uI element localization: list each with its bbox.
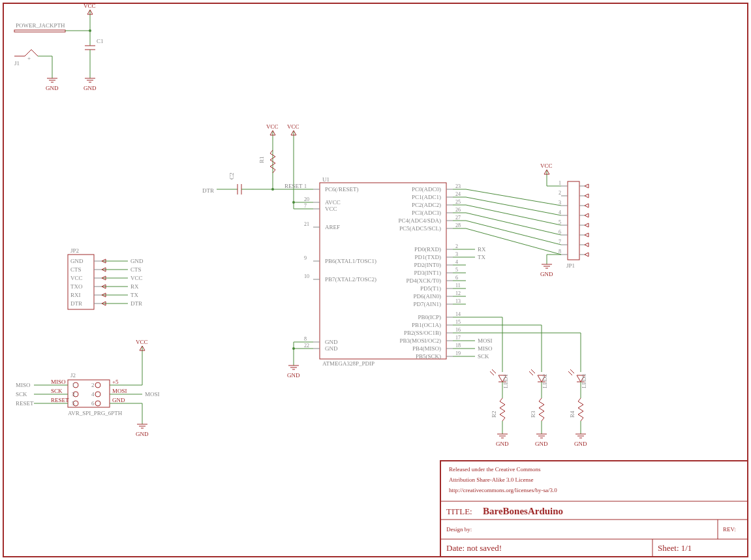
svg-text:3: 3	[455, 251, 458, 257]
svg-text:TITLE:: TITLE:	[446, 506, 472, 516]
svg-text:9: 9	[304, 255, 307, 261]
ic-group: VCC R1 VCC DTR C2 RESET	[202, 123, 581, 379]
svg-text:DTR: DTR	[130, 300, 142, 307]
svg-text:2: 2	[559, 190, 561, 196]
gnd-symbol: GND	[84, 78, 97, 91]
svg-text:1: 1	[72, 382, 75, 388]
svg-text:13: 13	[455, 298, 461, 304]
power-jack-name: POWER_JACKPTH	[16, 22, 65, 29]
svg-text:PB6(XTAL1/TOSC1): PB6(XTAL1/TOSC1)	[325, 258, 376, 264]
svg-text:27: 27	[455, 215, 461, 221]
svg-text:TXO: TXO	[70, 283, 83, 290]
svg-text:RX: RX	[478, 246, 486, 253]
svg-text:1: 1	[304, 183, 307, 189]
svg-text:PD6(AIN0): PD6(AIN0)	[414, 293, 442, 300]
svg-text:6: 6	[559, 229, 561, 235]
svg-text:5: 5	[559, 219, 561, 225]
svg-text:4: 4	[91, 391, 95, 397]
svg-text:SCK: SCK	[16, 391, 27, 397]
svg-text:MOSI: MOSI	[478, 337, 493, 344]
svg-text:PB3(MOSI/OC2): PB3(MOSI/OC2)	[399, 337, 441, 344]
svg-text:14: 14	[455, 311, 461, 317]
svg-line-151	[466, 205, 561, 225]
svg-text:ATMEGA328P_PDIP: ATMEGA328P_PDIP	[322, 360, 375, 367]
svg-text:PB4(MISO): PB4(MISO)	[412, 345, 441, 352]
power-jack-group: POWER_JACKPTH J1 + VCC C1 GND	[14, 3, 104, 91]
svg-text:24: 24	[455, 191, 461, 197]
svg-text:GND: GND	[136, 431, 149, 437]
svg-text:11: 11	[455, 283, 461, 288]
svg-text:MOSI: MOSI	[145, 391, 160, 397]
svg-text:VCC: VCC	[287, 123, 299, 130]
svg-text:RESET: RESET	[16, 400, 34, 407]
svg-text:PB0(ICP): PB0(ICP)	[418, 314, 441, 320]
svg-text:DTR: DTR	[70, 300, 82, 307]
svg-text:6: 6	[91, 400, 95, 407]
svg-text:2: 2	[91, 382, 95, 388]
svg-text:1: 1	[559, 180, 561, 186]
svg-text:PD7(AIN1): PD7(AIN1)	[414, 301, 442, 307]
svg-text:J2: J2	[70, 372, 76, 379]
title-block: Released under the Creative Commons Attr…	[440, 461, 748, 557]
svg-text:LED1: LED1	[502, 374, 509, 388]
svg-text:22: 22	[304, 343, 309, 349]
svg-text:23: 23	[455, 183, 461, 189]
svg-text:VCC: VCC	[130, 275, 143, 281]
svg-text:Date: not saved!: Date: not saved!	[446, 543, 502, 553]
svg-text:http://creativecommons.org/lic: http://creativecommons.org/licenses/by-s…	[449, 487, 557, 493]
svg-text:AREF: AREF	[325, 224, 340, 230]
svg-text:MISO: MISO	[478, 345, 493, 352]
svg-text:Released under the Creative Co: Released under the Creative Commons	[449, 466, 541, 473]
svg-text:JP2: JP2	[70, 247, 79, 254]
svg-text:RESET: RESET	[284, 183, 303, 189]
svg-text:21: 21	[304, 221, 309, 227]
svg-text:7: 7	[559, 239, 561, 245]
svg-text:GND: GND	[112, 397, 125, 403]
svg-text:26: 26	[455, 207, 461, 213]
svg-text:RESET: RESET	[51, 397, 69, 403]
svg-text:5: 5	[72, 400, 75, 407]
svg-text:LED2: LED2	[542, 374, 548, 388]
svg-text:PC4(ADC4/SDA): PC4(ADC4/SDA)	[398, 217, 441, 224]
isp-group: VCC J2 AVR_SPI_PRG_6PTH MISOMISO1SCKSCK3…	[16, 339, 160, 437]
svg-text:AVR_SPI_PRG_6PTH: AVR_SPI_PRG_6PTH	[68, 410, 123, 416]
svg-text:PD1(TXD): PD1(TXD)	[415, 254, 442, 260]
gnd-symbol: GND	[540, 264, 553, 277]
svg-text:3: 3	[559, 200, 561, 206]
svg-text:20: 20	[304, 196, 309, 202]
c2-cap: C2	[228, 172, 241, 194]
svg-text:GND: GND	[130, 258, 144, 264]
svg-text:2: 2	[455, 243, 458, 249]
svg-text:PB5(SCK): PB5(SCK)	[416, 353, 441, 360]
svg-point-250	[95, 382, 100, 388]
svg-text:PC1(ADC1): PC1(ADC1)	[412, 194, 441, 200]
svg-text:4: 4	[455, 259, 458, 265]
svg-text:PC0(ADC0): PC0(ADC0)	[412, 186, 441, 193]
svg-text:VCC: VCC	[84, 3, 96, 9]
svg-text:6: 6	[455, 275, 458, 281]
svg-text:RX: RX	[130, 283, 139, 290]
svg-text:TX: TX	[478, 254, 485, 260]
svg-text:Sheet: 1/1: Sheet: 1/1	[658, 543, 692, 553]
svg-text:R3: R3	[530, 411, 536, 418]
vcc-arrow: VCC	[84, 3, 96, 14]
svg-text:19: 19	[455, 350, 461, 356]
svg-text:7: 7	[304, 203, 307, 209]
gnd-symbol: GND	[287, 366, 300, 379]
svg-text:U1: U1	[322, 176, 330, 183]
svg-text:BareBonesArduino: BareBonesArduino	[483, 506, 563, 516]
led-branches: LED1R2GNDLED2R3GNDLED3R4GND	[490, 369, 587, 447]
svg-text:8: 8	[559, 249, 561, 255]
svg-text:PC2(ADC2): PC2(ADC2)	[412, 202, 441, 208]
svg-point-254	[95, 392, 100, 397]
c1-cap: C1	[85, 38, 104, 50]
svg-text:GND: GND	[540, 271, 553, 277]
svg-point-259	[95, 401, 100, 406]
svg-text:GND: GND	[46, 85, 59, 91]
svg-text:TX: TX	[130, 292, 138, 298]
svg-text:JP1: JP1	[566, 262, 575, 269]
svg-text:GND: GND	[325, 339, 338, 345]
svg-text:C1: C1	[97, 38, 104, 44]
svg-point-35	[271, 188, 274, 191]
jp1-group: JP1 12345678 VCC GND	[540, 163, 589, 277]
